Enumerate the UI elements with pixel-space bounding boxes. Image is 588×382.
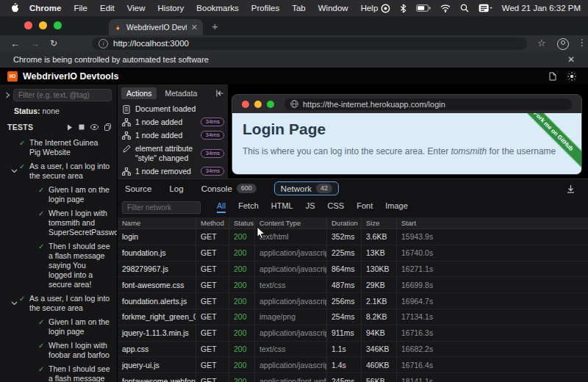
menu-item-chrome[interactable]: Chrome bbox=[29, 4, 61, 12]
test-tree-item[interactable]: ✓Then I should see a flash message sayin… bbox=[9, 242, 114, 289]
tab-close-icon[interactable]: ✕ bbox=[191, 23, 198, 32]
app-title: WebdriverIO Devtools bbox=[23, 71, 118, 82]
test-tree-item[interactable]: ✓Then I should see a flash message sayin… bbox=[9, 364, 114, 382]
cell-start: 16271.1s bbox=[397, 262, 588, 277]
table-row[interactable]: foundation.alerts.jsGET200application/ja… bbox=[118, 293, 588, 309]
count-badge: 42 bbox=[316, 184, 332, 193]
browser-preview: https://the-internet.herokuapp.com/login… bbox=[232, 94, 582, 175]
action-item[interactable]: 1 node added34ms bbox=[121, 115, 225, 129]
forward-icon[interactable]: → bbox=[30, 38, 40, 49]
test-tree-item[interactable]: ✓As a user, I can log into the secure ar… bbox=[9, 162, 114, 181]
pencil-icon bbox=[122, 145, 131, 153]
input-source-icon[interactable] bbox=[478, 4, 492, 12]
site-info-icon[interactable]: i bbox=[98, 39, 108, 48]
action-item[interactable]: element attribute "style" changed34ms bbox=[121, 142, 225, 165]
play-icon[interactable] bbox=[67, 123, 73, 131]
tab-log[interactable]: Log bbox=[169, 184, 183, 193]
back-icon[interactable]: ← bbox=[10, 38, 20, 49]
cell-status: 200 bbox=[229, 325, 255, 341]
window-close-button[interactable] bbox=[24, 21, 32, 29]
reload-icon[interactable]: ↻ bbox=[50, 38, 57, 48]
filter-tab-html[interactable]: HTML bbox=[271, 201, 293, 213]
browser-tab[interactable]: WebdriverIO Devtools ✕ bbox=[109, 19, 203, 35]
new-tab-button[interactable]: + bbox=[212, 21, 218, 32]
chrome-menu-icon[interactable]: ⋮ bbox=[578, 37, 587, 48]
record-icon[interactable] bbox=[381, 4, 390, 13]
duration-badge: 34ms bbox=[201, 167, 224, 176]
menu-item-window[interactable]: Window bbox=[318, 4, 348, 12]
test-label: Then I should see a flash message saying… bbox=[49, 364, 114, 382]
tab-source[interactable]: Source bbox=[125, 184, 151, 193]
search-icon[interactable] bbox=[460, 4, 469, 12]
devtools-panel: SourceLogConsole600Network42 AllFetchHTM… bbox=[118, 179, 588, 382]
test-tree-item[interactable]: ✓When I login with tomsmith and SuperSec… bbox=[9, 209, 114, 237]
download-icon[interactable] bbox=[567, 184, 581, 193]
table-row[interactable]: fontawesome-webfont.wof...GET200applicat… bbox=[118, 373, 588, 382]
menu-item-view[interactable]: View bbox=[127, 4, 146, 12]
collapse-panel-icon[interactable] bbox=[215, 90, 224, 97]
table-row[interactable]: foundation.jsGET200application/javascrip… bbox=[118, 245, 588, 262]
dom-node-icon bbox=[122, 131, 131, 140]
menu-item-file[interactable]: File bbox=[74, 4, 87, 12]
tab-actions[interactable]: Actions bbox=[121, 87, 157, 99]
filter-tab-fetch[interactable]: Fetch bbox=[238, 201, 259, 213]
table-row[interactable]: font-awesome.cssGET200text/css487ms29KB1… bbox=[118, 277, 588, 293]
duration-badge: 34ms bbox=[201, 131, 224, 140]
apple-logo-icon[interactable] bbox=[10, 3, 19, 13]
tab-console[interactable]: Console600 bbox=[201, 184, 257, 193]
test-tree-item[interactable]: ✓When I login with foobar and barfoo bbox=[9, 341, 114, 360]
tab-network[interactable]: Network42 bbox=[274, 181, 339, 195]
tab-metadata[interactable]: Metadata bbox=[159, 87, 202, 99]
table-row[interactable]: 298279967.jsGET200application/javascript… bbox=[118, 262, 588, 278]
filter-tab-css[interactable]: CSS bbox=[328, 201, 345, 213]
bookmark-star-icon[interactable]: ☆ bbox=[537, 37, 546, 48]
action-item[interactable]: Document loaded bbox=[121, 102, 225, 115]
test-tree-item[interactable]: ✓The Internet Guinea Pig Website bbox=[9, 138, 114, 157]
network-filter-input[interactable] bbox=[122, 201, 201, 214]
theme-sun-icon[interactable] bbox=[567, 72, 576, 81]
report-file-icon[interactable] bbox=[549, 72, 556, 81]
status-row: Status: none bbox=[0, 101, 117, 115]
filter-tab-js[interactable]: JS bbox=[306, 201, 315, 213]
table-row[interactable]: forkme_right_green_0072...GET200image/pn… bbox=[118, 309, 588, 325]
menu-item-help[interactable]: Help bbox=[361, 4, 379, 12]
chevron-down-icon bbox=[28, 209, 38, 237]
tests-filter-input[interactable] bbox=[13, 89, 112, 101]
test-tree-item[interactable]: ✓Given I am on the login page bbox=[9, 185, 114, 204]
filter-tab-all[interactable]: All bbox=[217, 201, 226, 213]
check-icon: ✓ bbox=[38, 185, 49, 204]
table-row[interactable]: jquery-ui.jsGET200application/javascript… bbox=[118, 357, 588, 373]
chevron-down-icon[interactable] bbox=[9, 294, 19, 313]
profile-avatar-icon[interactable] bbox=[557, 38, 569, 50]
stop-icon[interactable] bbox=[79, 123, 85, 131]
filter-tab-font[interactable]: Font bbox=[356, 201, 373, 213]
cell-content-type: application/font-woff2 bbox=[255, 373, 327, 382]
battery-icon[interactable] bbox=[416, 4, 431, 12]
test-tree-item[interactable]: ✓Given I am on the login page bbox=[9, 317, 114, 336]
copy-icon[interactable] bbox=[104, 123, 111, 131]
cell-duration: 225ms bbox=[327, 245, 362, 261]
status-value: none bbox=[43, 107, 60, 115]
action-item[interactable]: 1 node removed34ms bbox=[121, 165, 225, 178]
bluetooth-icon[interactable] bbox=[400, 4, 406, 13]
window-zoom-button[interactable] bbox=[54, 21, 62, 29]
infobar-close-icon[interactable]: ✕ bbox=[567, 54, 575, 65]
action-item[interactable]: 1 node added34ms bbox=[121, 129, 225, 142]
sidebar-collapse-icon[interactable] bbox=[5, 92, 10, 98]
filter-tab-image[interactable]: Image bbox=[385, 201, 408, 213]
address-bar[interactable]: i http://localhost:3000 bbox=[92, 37, 527, 50]
eye-icon[interactable] bbox=[90, 123, 98, 131]
table-row[interactable]: loginGET200text/html352ms3.6KB15943.9s bbox=[118, 229, 588, 245]
menu-item-bookmarks[interactable]: Bookmarks bbox=[196, 4, 239, 12]
wifi-icon[interactable] bbox=[440, 4, 451, 12]
window-minimize-button[interactable] bbox=[39, 21, 47, 29]
menu-item-edit[interactable]: Edit bbox=[100, 4, 115, 12]
dom-node-icon bbox=[122, 167, 131, 176]
menu-item-history[interactable]: History bbox=[158, 4, 184, 12]
table-row[interactable]: app.cssGET200text/css1.1s346KB16682.2s bbox=[118, 342, 588, 358]
test-tree-item[interactable]: ✓As a user, I can log into the secure ar… bbox=[9, 294, 114, 313]
menu-item-tab[interactable]: Tab bbox=[292, 4, 306, 12]
table-row[interactable]: jquery-1.11.3.min.jsGET200application/ja… bbox=[118, 325, 588, 342]
menu-item-profiles[interactable]: Profiles bbox=[251, 4, 279, 12]
chevron-down-icon[interactable] bbox=[9, 162, 19, 181]
